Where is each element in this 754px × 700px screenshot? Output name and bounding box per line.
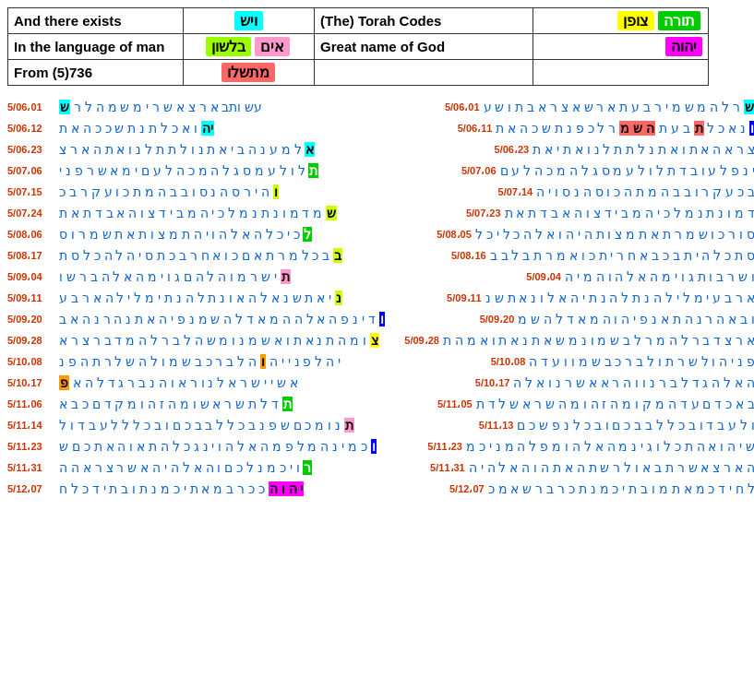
row-right-18: ה א ר צ א ש ר ת ב א ו ל ר ש ת ה א ת ה ו … bbox=[417, 460, 754, 475]
row-right-12: א ר צ ד ב ר ל ה מ ר ל ב ש מ ו נ מ ש א ת … bbox=[391, 333, 754, 348]
heb-right-5: ב כ ע ק ר ו ב ב ה מ ת ה כ ו ס ה נ ס ו י … bbox=[536, 184, 754, 199]
cell-value-3: מתשלו bbox=[183, 60, 314, 86]
heb-left-5: ו ה י ר ס ה נ ס ו ב ב ה מ ת כ ו ע ק ר ב … bbox=[59, 184, 279, 199]
heb-left-8: ב ב כ ל מ ר ת א ם כ ו א ח ר ב כ ת ס י ה … bbox=[59, 248, 342, 263]
text-row-2: 5/06،12 יה ו א כ ל ת נ ת ש כ כ ה א ת ו נ… bbox=[7, 118, 754, 138]
text-row-17: 5/11،23 ו כ מ י נ ה מ ל פ מ ה א ל ה ו י … bbox=[7, 436, 754, 457]
heb-right-6: ד מ ו נ ת נ מ ל כ י ה מ ב י ד צ ו ה א ב … bbox=[505, 206, 754, 220]
line-num-left-10: 5/09،11 bbox=[7, 292, 55, 304]
heb-left-6: ש מ ד מ ו נ ת נ מ ל כ י ה מ ב י ד צ ו ה … bbox=[59, 206, 337, 220]
heb-right-7: ס ו ר כ ו ש מ ר ת א ת מ צ ו ת ה י ה ו א … bbox=[475, 227, 754, 242]
heb-right-1: ש ר ל ה מ ש מ י ר ב ע ת א ר ש א צ ר א ב … bbox=[484, 100, 754, 114]
cell-value-1: ויש bbox=[183, 8, 314, 34]
cell-label-1: And there exists bbox=[8, 8, 184, 34]
line-num-left-15: 5/11،06 bbox=[7, 398, 55, 410]
heb-left-18: ר ו י כ מ נ ל כ ם ו ה א ל ה י ה א ש ר צ … bbox=[59, 460, 312, 475]
line-num-left-11: 5/09،20 bbox=[7, 314, 55, 326]
tag-belashon: בלשון bbox=[206, 37, 251, 56]
line-num-right-10: 5/09،11 bbox=[434, 292, 482, 304]
text-grid: 5/06،01 עש ותב א ר צ א ש ר י מ ש מ ה ל ר… bbox=[7, 97, 754, 499]
info-table: And there exists ויש (The) Torah Codes ת… bbox=[7, 7, 709, 86]
row-left-17: 5/11،23 ו כ מ י נ ה מ ל פ מ ה א ל ה ו י … bbox=[7, 439, 377, 454]
text-row-19: 5/12،07 י ה ו ה כ כ ר ב מ א ת י כ מ נ ת … bbox=[7, 479, 754, 499]
line-num-right-19: 5/12،07 bbox=[437, 483, 485, 495]
tag-torah: תורה bbox=[658, 11, 700, 30]
cell-desc-3 bbox=[315, 60, 533, 86]
heb-left-17: ו כ מ י נ ה מ ל פ מ ה א ל ה ו י נ ג כ ל … bbox=[59, 439, 377, 454]
cell-hebrew-2: יהוה bbox=[533, 34, 709, 60]
row-left-16: 5/11،14 ת נ ו מ כ ם ש פ נ ב כ ל ל ב ב כ … bbox=[7, 418, 354, 433]
row-right-5: ב כ ע ק ר ו ב ב ה מ ת ה כ ו ס ה נ ס ו י … bbox=[485, 184, 754, 199]
heb-left-4: ת ל ו ל ע מ ס ג ל ה מ כ ה ל ע ם י מ א ש … bbox=[59, 163, 318, 178]
line-num-left-8: 5/08،17 bbox=[7, 250, 55, 262]
text-row-7: 5/08،06 ל כ י כ ל ה א ל ה ו י ה ת מ צ ו … bbox=[7, 224, 754, 244]
cell-desc-2: Great name of God bbox=[315, 34, 533, 60]
table-row-1: And there exists ויש (The) Torah Codes ת… bbox=[8, 8, 709, 34]
line-num-left-7: 5/08،06 bbox=[7, 229, 55, 241]
line-num-left-2: 5/06،12 bbox=[7, 123, 55, 135]
line-num-right-3: 5/06،23 bbox=[481, 144, 529, 156]
row-right-9: ו ש ר ב ו ת ג ו י מ ה א ל ה ו ה מ י ה 5/… bbox=[513, 269, 754, 284]
text-row-3: 5/06،23 א ל מ ע נ ה ב י א ת נ ו ל ת ת ל … bbox=[7, 139, 754, 160]
line-num-right-12: 5/09،28 bbox=[391, 335, 439, 347]
heb-left-12: צ ו מ ה ת נ א ת ו א ש מ נ ו מ ש ה ל ב ר … bbox=[59, 333, 379, 348]
line-num-right-11: 5/09،20 bbox=[466, 314, 514, 326]
heb-right-15: ב א כ ד ם ע ד ה מ ק ו מ ה ז ה ו מ ה ש ר … bbox=[476, 397, 754, 411]
row-right-3: צ ר א ה א ת ו א ת נ ל ת ת ל נ ו א ת י א … bbox=[481, 142, 754, 157]
row-left-11: 5/09،20 ו ד י נ פ ה א ל ה ה מ א ד ל ה ש … bbox=[7, 312, 385, 326]
cell-hebrew-1: תורה צופן bbox=[533, 8, 709, 34]
line-num-left-4: 5/07،06 bbox=[7, 165, 55, 177]
heb-right-11: ו ב א ה ר נ ה ת א נ פ י ה ו ה מ א ד ל ה … bbox=[518, 312, 754, 326]
cell-label-3: From (5)736 bbox=[8, 60, 184, 86]
heb-right-8: ס ת כ ל ה י ת ב כ ב א ח ר י ת כ ו א מ ר … bbox=[490, 248, 754, 263]
row-left-3: 5/06،23 א ל מ ע נ ה ב י א ת נ ו ל ת ת ל … bbox=[7, 142, 315, 157]
line-num-right-18: 5/11،31 bbox=[417, 462, 465, 474]
text-row-4: 5/07،06 ת ל ו ל ע מ ס ג ל ה מ כ ה ל ע ם … bbox=[7, 160, 754, 181]
text-row-11: 5/09،20 ו ד י נ פ ה א ל ה ה מ א ד ל ה ש … bbox=[7, 309, 754, 329]
line-num-left-6: 5/07،24 bbox=[7, 208, 55, 219]
text-row-16: 5/11،14 ת נ ו מ כ ם ש פ נ ב כ ל ל ב ב כ … bbox=[7, 415, 754, 435]
text-row-9: 5/09،04 ת י ש ר מ ו ה ל ה ם ג ו י מ ה א … bbox=[7, 267, 754, 287]
line-num-left-9: 5/09،04 bbox=[7, 271, 55, 283]
row-right-14: ה א ל ה ג ד ל ב ר נ ו ו ה ר א א ש ר נ ו … bbox=[461, 375, 754, 390]
heb-right-2: ו נ א כ ל ת ב ע ת ה ש מ ר ל כ פ נ ת ש כ … bbox=[496, 121, 754, 136]
heb-right-4: י נ פ ל ע ו ב ד ת ל ו ל ע מ ס ג ל ה מ כ … bbox=[500, 163, 754, 178]
row-left-5: 5/07،15 ו ה י ר ס ה נ ס ו ב ב ה מ ת כ ו … bbox=[7, 184, 279, 199]
row-right-13: פ נ י ה ו ל ש ר ת ו ל ב ר כ ב ש מ ו ו ע … bbox=[477, 354, 754, 369]
heb-left-16: ת נ ו מ כ ם ש פ נ ב כ ל ל ב ב כ ם ו ב כ … bbox=[59, 418, 354, 433]
heb-left-14: א ש י י ש ר א ל נ ו ר א ו ה נ ב ר ג ד ל … bbox=[59, 375, 298, 390]
row-left-6: 5/07،24 ש מ ד מ ו נ ת נ מ ל כ י ה מ ב י … bbox=[7, 206, 337, 220]
line-num-left-1: 5/06،01 bbox=[7, 101, 55, 113]
line-num-right-7: 5/08،05 bbox=[424, 229, 472, 241]
line-num-right-8: 5/08،16 bbox=[438, 250, 486, 262]
row-left-14: 5/10،17 א ש י י ש ר א ל נ ו ר א ו ה נ ב … bbox=[7, 375, 298, 390]
heb-left-3: א ל מ ע נ ה ב י א ת נ ו ל ת ת ל נ ו א ת … bbox=[59, 142, 315, 157]
line-num-left-17: 5/11،23 bbox=[7, 441, 55, 453]
row-left-13: 5/10،08 י ה ל פ נ י י ה ו ה ל ב ר כ ב ש … bbox=[7, 354, 341, 369]
row-left-2: 5/06،12 יה ו א כ ל ת נ ת ש כ כ ה א ת bbox=[7, 121, 214, 136]
line-num-right-14: 5/10،17 bbox=[461, 377, 509, 389]
tag-yhwh: יהוה bbox=[665, 37, 702, 56]
row-left-19: 5/12،07 י ה ו ה כ כ ר ב מ א ת י כ מ נ ת … bbox=[7, 481, 304, 496]
heb-left-19: י ה ו ה כ כ ר ב מ א ת י כ מ נ ת ו ב ת י … bbox=[59, 481, 304, 496]
row-right-11: ו ב א ה ר נ ה ת א נ פ י ה ו ה מ א ד ל ה … bbox=[466, 312, 754, 326]
row-left-15: 5/11،06 ת ד ל ת ש ר א ש ו מ ה ז ה ו מ ק … bbox=[7, 397, 293, 411]
row-right-17: ש י ה ו א ה ת כ ל ו ג י נ מ ה א ל ה ו מ … bbox=[414, 439, 754, 454]
heb-right-16: ו ל ע ב ד ו ב כ ל ל ב ב כ ם ו ב כ ל נ פ … bbox=[517, 418, 754, 433]
cell-hebrew-3 bbox=[533, 60, 709, 86]
tag-mitashlav: מתשלו bbox=[221, 63, 275, 82]
table-row-2: In the language of man אים בלשון Great n… bbox=[8, 34, 709, 60]
line-num-right-6: 5/07،23 bbox=[453, 208, 501, 219]
row-left-1: 5/06،01 עש ותב א ר צ א ש ר י מ ש מ ה ל ר… bbox=[7, 100, 262, 114]
row-right-2: ו נ א כ ל ת ב ע ת ה ש מ ר ל כ פ נ ת ש כ … bbox=[444, 121, 754, 136]
heb-right-19: ל ח י ד כ מ א ת מ ו ב ת י כ מ נ ת כ ר ב … bbox=[488, 481, 754, 496]
row-left-9: 5/09،04 ת י ש ר מ ו ה ל ה ם ג ו י מ ה א … bbox=[7, 269, 291, 284]
row-right-4: י נ פ ל ע ו ב ד ת ל ו ל ע מ ס ג ל ה מ כ … bbox=[449, 163, 754, 178]
line-num-right-13: 5/10،08 bbox=[477, 356, 525, 368]
line-num-right-2: 5/06،11 bbox=[444, 123, 492, 135]
text-row-18: 5/11،31 ר ו י כ מ נ ל כ ם ו ה א ל ה י ה … bbox=[7, 457, 754, 478]
text-row-14: 5/10،17 א ש י י ש ר א ל נ ו ר א ו ה נ ב … bbox=[7, 373, 754, 393]
row-right-19: ל ח י ד כ מ א ת מ ו ב ת י כ מ נ ת כ ר ב … bbox=[437, 481, 754, 496]
line-num-right-9: 5/09،04 bbox=[513, 271, 561, 283]
line-num-right-15: 5/11،05 bbox=[425, 398, 473, 410]
